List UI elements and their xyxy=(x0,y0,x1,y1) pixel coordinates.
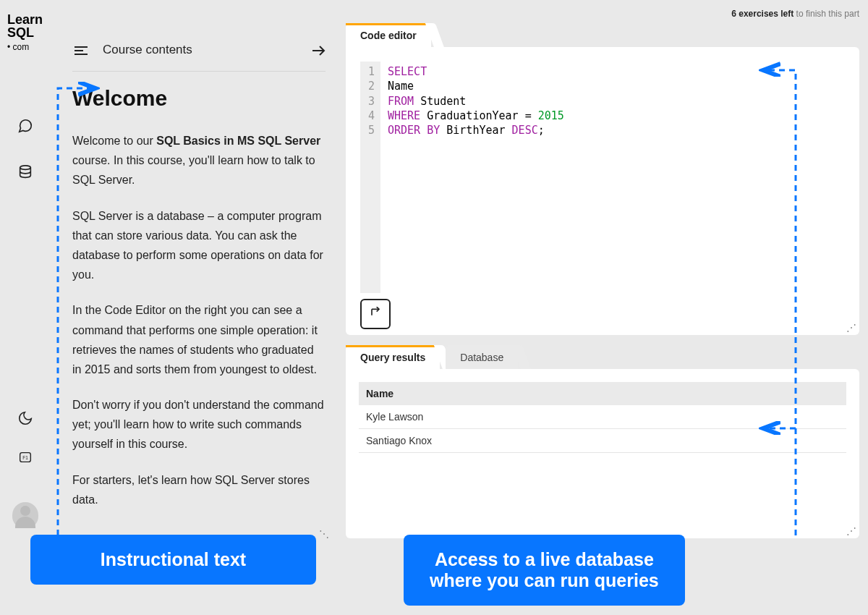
resize-handle-icon[interactable]: ⋰ xyxy=(846,525,856,537)
database-icon[interactable] xyxy=(17,164,34,181)
logo[interactable]: Learn SQL • com xyxy=(7,13,43,52)
lesson-p4: Don't worry if you don't understand the … xyxy=(72,395,326,454)
sidebar: Learn SQL • com F1 xyxy=(0,0,51,615)
code-lines[interactable]: SELECT NameFROM StudentWHERE GraduationY… xyxy=(380,62,571,293)
course-contents-label: Course contents xyxy=(103,43,295,57)
run-button[interactable] xyxy=(360,299,391,329)
lesson-panel: Course contents Welcome Welcome to our S… xyxy=(72,29,326,525)
line-gutter: 12345 xyxy=(360,62,380,293)
tab-query-results[interactable]: Query results xyxy=(346,345,440,370)
callout-instructional: Instructional text xyxy=(30,535,316,585)
tab-code-editor[interactable]: Code editor xyxy=(346,23,431,48)
lesson-p2: SQL Server is a database – a computer pr… xyxy=(72,206,326,285)
lesson-p3: In the Code Editor on the right you can … xyxy=(72,300,326,379)
logo-line3: • com xyxy=(7,42,29,52)
callout-database: Access to a live databasewhere you can r… xyxy=(404,535,685,606)
annotation-arrow-left xyxy=(54,80,104,550)
resize-handle-icon[interactable]: ⋰ xyxy=(319,528,329,540)
annotation-arrow-editor xyxy=(752,62,807,539)
lesson-p1: Welcome to our SQL Basics in MS SQL Serv… xyxy=(72,131,326,190)
lesson-body: Welcome to our SQL Basics in MS SQL Serv… xyxy=(72,131,326,509)
moon-icon[interactable] xyxy=(17,410,34,427)
tab-database[interactable]: Database xyxy=(446,345,518,370)
resize-handle-icon[interactable]: ⋰ xyxy=(846,322,856,334)
menu-icon xyxy=(72,42,88,58)
chat-icon[interactable] xyxy=(17,117,34,135)
svg-point-0 xyxy=(20,166,31,170)
help-icon[interactable]: F1 xyxy=(17,449,34,466)
course-contents-toggle[interactable]: Course contents xyxy=(72,29,326,72)
svg-text:F1: F1 xyxy=(22,455,28,460)
lesson-p5: For starters, let's learn how SQL Server… xyxy=(72,470,326,509)
logo-line1: Learn xyxy=(7,12,43,27)
avatar[interactable] xyxy=(12,502,38,528)
editor-tabs: Code editor xyxy=(346,23,859,48)
progress-text: 6 exercises left to finish this part xyxy=(346,9,859,19)
annotation-arrow-results xyxy=(752,421,807,436)
arrow-right-icon xyxy=(310,42,326,58)
logo-line2: SQL xyxy=(7,25,34,40)
lesson-title: Welcome xyxy=(72,86,326,111)
